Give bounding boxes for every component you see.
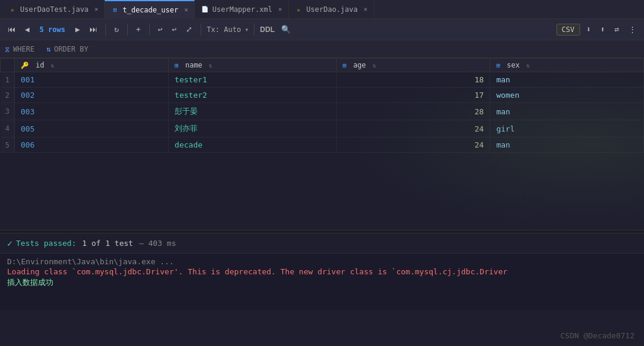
table-body: 1 001 tester1 18 man 2 002 tester2 17 wo… [1,72,644,153]
csv-dropdown[interactable]: CSV [556,24,580,36]
sex-sort[interactable]: ⇅ [526,62,530,69]
col-header-sex[interactable]: ⊞ sex ⇅ [490,59,644,72]
xml-icon: 📄 [201,5,209,14]
java-icon: ☕ [8,5,17,14]
close-tab-usermapper[interactable]: ✕ [278,5,282,13]
toolbar-right: CSV ⬇ ⬆ ⇄ ⋮ [556,24,639,36]
tab-usermapper-label: UserMapper.xml [212,5,272,14]
status-bar: ✓ Tests passed: 1 of 1 test – 403 ms [0,233,644,254]
sep5 [254,24,255,36]
row-number: 1 [1,72,15,88]
table-row[interactable]: 4 005 刘亦菲 24 girl [1,120,644,137]
tx-label: Tx: Auto [207,25,241,34]
cell-id[interactable]: 003 [15,103,169,120]
cell-sex[interactable]: man [490,103,644,120]
compare-btn[interactable]: ⇄ [611,24,622,35]
first-page-btn[interactable]: ⏮ [5,24,18,35]
cell-name[interactable]: decade [169,137,337,153]
age-sort[interactable]: ⇅ [373,62,376,69]
cell-name[interactable]: tester1 [169,72,337,88]
cell-sex[interactable]: man [490,72,644,88]
sep2 [127,24,128,36]
add-row-btn[interactable]: + [133,24,144,35]
last-page-btn[interactable]: ⏭ [86,24,100,35]
tab-decade-user[interactable]: ⊞ t_decade_user ✕ [105,0,195,19]
cell-name[interactable]: tester2 [169,88,337,103]
tx-dropdown-icon[interactable]: ▾ [244,25,249,34]
undo-btn[interactable]: ↩ [155,24,166,35]
cell-id[interactable]: 001 [15,72,169,88]
import-btn[interactable]: ⬆ [597,24,608,35]
where-label: WHERE [13,45,34,53]
tab-userdaotest-label: UserDaoTest.java [20,5,89,14]
sep3 [149,24,150,36]
cell-sex[interactable]: girl [490,120,644,137]
table-row[interactable]: 1 001 tester1 18 man [1,72,644,88]
cell-name[interactable]: 刘亦菲 [169,120,337,137]
cell-id[interactable]: 006 [15,137,169,153]
tests-count: 1 of 1 test [82,239,133,248]
watermark: CSDN @Decade0712 [561,331,635,340]
tab-userdao-label: UserDao.java [307,5,358,14]
tab-decade-user-label: t_decade_user [123,6,178,14]
col-header-id[interactable]: 🔑 id ⇅ [15,59,169,72]
where-filter: ⧖ WHERE [5,45,34,53]
cell-age[interactable]: 24 [336,137,490,153]
prev-page-btn[interactable]: ◀ [22,24,33,35]
console-line-1: D:\Environment\Java\bin\java.exe ... [7,257,637,266]
table-row[interactable]: 2 002 tester2 17 women [1,88,644,103]
console-line-3: 插入数据成功 [7,277,637,288]
name-sort[interactable]: ⇅ [209,62,212,69]
sep1 [105,24,106,36]
orderby-icon: ⇅ [46,45,50,53]
cell-sex[interactable]: man [490,137,644,153]
tab-usermapper[interactable]: 📄 UserMapper.xml ✕ [195,0,289,19]
close-tab-userdao[interactable]: ✕ [363,5,368,13]
redo-btn[interactable]: ↩ [169,24,180,35]
search-btn[interactable]: 🔍 [278,24,294,35]
ddl-button[interactable]: DDL [260,25,275,34]
next-page-btn[interactable]: ▶ [72,24,83,35]
pk-icon: 🔑 [21,62,29,69]
table-row[interactable]: 3 003 彭于晏 28 man [1,103,644,120]
cell-sex[interactable]: women [490,88,644,103]
sep4 [201,24,201,36]
tests-time: – 403 ms [139,239,176,248]
filter-bar: ⧖ WHERE ⇅ ORDER BY [0,40,644,58]
cell-age[interactable]: 24 [336,120,490,137]
tab-bar: ☕ UserDaoTest.java ✕ ⊞ t_decade_user ✕ 📄… [0,0,644,19]
row-num-header [1,59,15,72]
age-col-icon: ⊞ [343,62,347,69]
rows-badge: 5 rows [36,25,69,34]
col-header-age[interactable]: ⊞ age ⇅ [336,59,490,72]
col-header-name[interactable]: ⊞ name ⇅ [169,59,337,72]
cell-id[interactable]: 005 [15,120,169,137]
filter-icon: ⧖ [5,45,9,53]
cell-name[interactable]: 彭于晏 [169,103,337,120]
row-number: 5 [1,137,15,153]
db-icon: ⊞ [111,6,119,14]
tab-userdao[interactable]: ☕ UserDao.java ✕ [289,0,374,19]
rows-count: 5 rows [40,25,65,34]
toolbar: ⏮ ◀ 5 rows ▶ ⏭ ↻ + ↩ ↩ ⤢ Tx: Auto ▾ DDL … [0,19,644,40]
cell-age[interactable]: 18 [336,72,490,88]
console-line-2: Loading class `com.mysql.jdbc.Driver'. T… [7,267,637,276]
export-btn[interactable]: ⬇ [584,24,594,35]
nav-btn[interactable]: ⤢ [183,24,195,35]
data-table: 🔑 id ⇅ ⊞ name ⇅ ⊞ age ⇅ ⊞ sex ⇅ [0,58,644,153]
sex-col-icon: ⊞ [496,62,500,69]
refresh-btn[interactable]: ↻ [111,24,122,35]
cell-age[interactable]: 17 [336,88,490,103]
tab-userdaotest[interactable]: ☕ UserDaoTest.java ✕ [2,0,105,19]
cell-id[interactable]: 002 [15,88,169,103]
cell-age[interactable]: 28 [336,103,490,120]
close-tab-userdaotest[interactable]: ✕ [95,5,99,13]
check-icon: ✓ [7,238,12,249]
name-col-icon: ⊞ [175,62,179,69]
id-sort[interactable]: ⇅ [51,62,54,69]
close-tab-decade-user[interactable]: ✕ [184,6,188,14]
tests-passed-label: Tests passed: [16,239,76,248]
orderby-filter: ⇅ ORDER BY [46,45,88,53]
more-btn[interactable]: ⋮ [626,24,639,35]
table-row[interactable]: 5 006 decade 24 man [1,137,644,153]
